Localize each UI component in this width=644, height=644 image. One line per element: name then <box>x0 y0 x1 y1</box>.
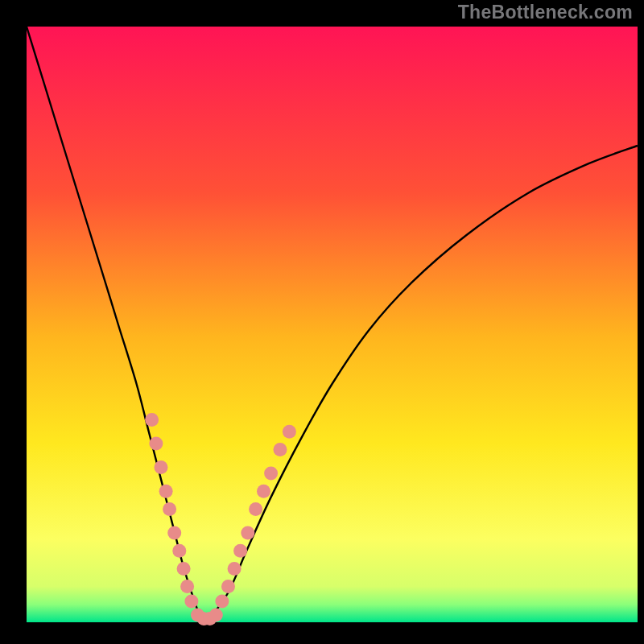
marker-point <box>241 526 254 540</box>
marker-point <box>257 485 270 498</box>
marker-point <box>221 580 235 593</box>
chart-frame: TheBottleneck.com <box>0 0 644 644</box>
marker-point <box>172 544 186 558</box>
marker-point <box>163 502 176 516</box>
marker-point <box>184 595 198 609</box>
marker-point <box>215 595 229 609</box>
marker-point <box>233 544 247 558</box>
marker-point <box>180 580 194 593</box>
marker-point <box>155 460 168 474</box>
marker-point <box>228 562 242 576</box>
marker-point <box>149 437 163 451</box>
marker-point <box>145 413 159 427</box>
marker-point <box>283 425 296 439</box>
marker-point <box>159 485 173 498</box>
marker-point <box>274 443 287 456</box>
watermark-text: TheBottleneck.com <box>458 2 633 23</box>
marker-point <box>249 502 262 516</box>
marker-point <box>177 562 191 576</box>
marker-point <box>264 467 278 481</box>
marker-point <box>167 526 181 540</box>
marker-point <box>209 609 223 622</box>
bottleneck-chart <box>0 0 644 644</box>
